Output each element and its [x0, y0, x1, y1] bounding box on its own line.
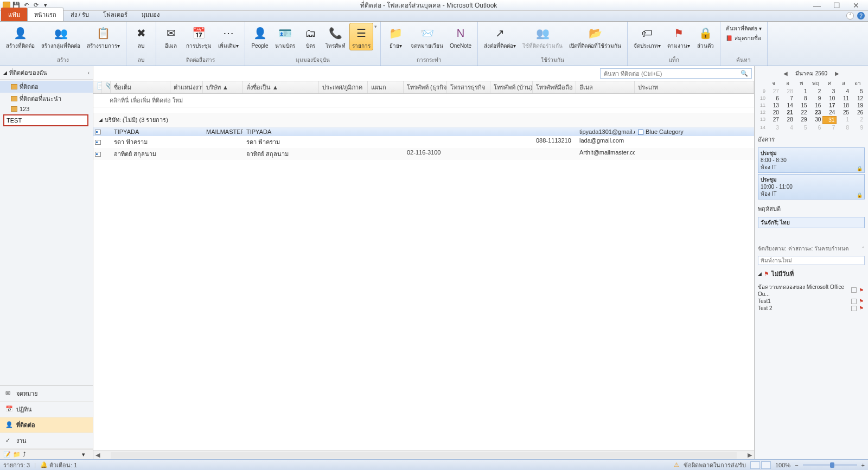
calendar-day[interactable]: 31 [822, 116, 837, 124]
view-normal-button[interactable] [750, 461, 760, 469]
calendar-day[interactable]: 5 [795, 124, 809, 131]
notes-icon[interactable]: 📝 [3, 451, 11, 458]
col-mobile[interactable]: โทรศัพท์มือถือ [533, 81, 576, 93]
view-reading-button[interactable] [761, 461, 771, 469]
new-contact-group-button[interactable]: 👥สร้างกลุ่มที่ติดต่อ [39, 23, 83, 50]
calendar-day[interactable]: 9 [809, 95, 823, 102]
private-button[interactable]: 🔒ส่วนตัว [694, 23, 717, 50]
address-book-button[interactable]: 📕สมุดรายชื่อ [724, 34, 764, 43]
calendar-day[interactable]: 29 [795, 116, 809, 124]
col-attach[interactable]: 📎 [102, 81, 111, 93]
move-button[interactable]: 📁ย้าย▾ [384, 23, 407, 50]
tree-item-123[interactable]: 123 [0, 105, 93, 113]
calendar-day[interactable]: 2 [851, 116, 865, 124]
zoom-out-icon[interactable]: − [795, 462, 798, 468]
calendar-day[interactable]: 30 [809, 116, 823, 124]
view-gallery-more[interactable]: ▾ [374, 24, 377, 29]
calendar-day[interactable]: 1 [837, 116, 851, 124]
calendar-day[interactable]: 28 [781, 116, 795, 124]
calendar-day[interactable]: 25 [837, 109, 851, 116]
calendar-day[interactable]: 19 [851, 102, 865, 109]
calendar-day[interactable]: 27 [767, 116, 781, 124]
calendar-day[interactable]: 3 [767, 124, 781, 131]
shortcuts-icon[interactable]: ⤴ [23, 451, 30, 458]
next-month-icon[interactable]: ▶ [833, 70, 841, 76]
appointment-item[interactable]: ประชุม10:00 - 11:00ห้อง IT🔒 [758, 174, 865, 199]
nav-calendar[interactable]: 📅ปฏิทิน [0, 402, 93, 417]
checkbox[interactable] [851, 306, 857, 311]
open-shared-button[interactable]: 📂เปิดที่ติดต่อที่ใช้ร่วมกัน [566, 23, 624, 50]
view-card-button[interactable]: 🗂บัตร [299, 23, 322, 50]
col-email[interactable]: อีเมล [576, 81, 635, 93]
nav-mail[interactable]: ✉จดหมาย [0, 386, 93, 402]
minimize-button[interactable]: — [809, 1, 825, 10]
col-bizfax[interactable]: โทรสารธุรกิจ [447, 81, 490, 93]
new-task-input[interactable] [758, 256, 865, 265]
calendar-day[interactable]: 17 [822, 102, 837, 109]
calendar-day[interactable]: 7 [822, 124, 837, 131]
delete-button[interactable]: ✖ลบ [130, 23, 152, 50]
my-contacts-header[interactable]: ◢ ที่ติดต่อของฉัน ‹ [0, 66, 93, 80]
calendar-day[interactable]: 16 [809, 102, 823, 109]
prev-month-icon[interactable]: ◀ [781, 70, 790, 76]
calendar-day[interactable]: 2 [809, 88, 823, 95]
task-group-header[interactable]: ◢ ⚑ ไม่มีวันที่ [758, 267, 865, 280]
tab-home[interactable]: หน้าแรก [27, 8, 63, 21]
task-item[interactable]: Test1⚑ [758, 298, 865, 305]
contact-row[interactable]: รดา ฟ้าครามรดา ฟ้าคราม088-1113210lada@gm… [93, 136, 754, 148]
flag-icon[interactable]: ⚑ [859, 287, 865, 293]
calendar-day[interactable]: 24 [822, 109, 837, 116]
onenote-button[interactable]: NOneNote [447, 23, 474, 50]
nav-tasks[interactable]: ✓งาน [0, 433, 93, 449]
reminder-icon[interactable]: 🔔 [40, 461, 48, 468]
maximize-button[interactable]: ☐ [829, 1, 844, 10]
col-homephone[interactable]: โทรศัพท์ (บ้าน) [490, 81, 533, 93]
group-header[interactable]: ◢ บริษัท: (ไม่มี) (3 รายการ) [93, 113, 754, 127]
calendar-day[interactable]: 9 [851, 124, 865, 131]
click-to-add-row[interactable]: คลิกที่นี่ เพื่อเพิ่ม ที่ติดต่อ ใหม่ [93, 94, 754, 107]
status-error[interactable]: ข้อผิดพลาดในการส่ง/รับ [684, 460, 746, 470]
ribbon-minimize-icon[interactable]: ˄ [846, 12, 854, 20]
calendar-day[interactable]: 22 [795, 109, 809, 116]
nav-contacts[interactable]: 👤ที่ติดต่อ [0, 417, 93, 433]
configure-buttons-icon[interactable]: ▾ [82, 451, 90, 458]
close-button[interactable]: ✕ [848, 1, 864, 10]
appointment-item[interactable]: ประชุม8:00 - 8:30ห้อง IT🔒 [758, 147, 865, 173]
zoom-in-icon[interactable]: + [861, 462, 865, 468]
flag-icon[interactable]: ⚑ [859, 305, 865, 311]
calendar-day[interactable]: 4 [837, 88, 851, 95]
horizontal-scrollbar[interactable]: ◀ ▶ [93, 450, 754, 459]
calendar-day[interactable]: 11 [837, 95, 851, 102]
view-phone-button[interactable]: 📞โทรศัพท์ [323, 23, 348, 50]
meeting-button[interactable]: 📅การประชุม [183, 23, 214, 50]
find-contact-dropdown[interactable]: ค้นหาที่ติดต่อ ▾ [724, 24, 764, 33]
calendar-day[interactable]: 7 [781, 95, 795, 102]
col-company[interactable]: บริษัท ▲ [203, 81, 243, 93]
col-categories[interactable]: ประเภท [635, 81, 754, 93]
calendar-day[interactable]: 1 [795, 88, 809, 95]
new-contact-button[interactable]: 👤สร้างที่ติดต่อ [3, 23, 37, 50]
col-bizphone[interactable]: โทรศัพท์ (ธุรกิจ) [404, 81, 447, 93]
scroll-right-icon[interactable]: ▶ [745, 451, 754, 460]
col-dept[interactable]: แผนก [368, 81, 404, 93]
calendar-day[interactable]: 13 [767, 102, 781, 109]
mailmerge-button[interactable]: 📨จดหมายเวียน [408, 23, 446, 50]
tab-send-receive[interactable]: ส่ง / รับ [63, 8, 96, 21]
task-item[interactable]: Test 2⚑ [758, 305, 865, 312]
col-fullname[interactable]: ชื่อเต็ม [111, 81, 170, 93]
tree-item-contacts[interactable]: ที่ติดต่อ [0, 81, 93, 93]
calendar-day[interactable]: 8 [837, 124, 851, 131]
view-list-button[interactable]: ☰รายการ [349, 23, 373, 50]
calendar-day[interactable]: 8 [795, 95, 809, 102]
task-sort-header[interactable]: จัดเรียงตาม: ค่าสถานะ: วันครบกำหนด ˄ [758, 243, 865, 254]
search-input[interactable] [604, 70, 741, 77]
col-fileas[interactable]: ลั่งชื่อเป็น ▲ [243, 81, 319, 93]
tab-view[interactable]: มุมมอง [135, 8, 167, 21]
contact-row[interactable]: TIPYADAMAILMASTERTIPYADAtipyada1301@gmai… [93, 127, 754, 136]
more-comm-button[interactable]: ⋯เพิ่มเติม▾ [215, 23, 241, 50]
email-button[interactable]: ✉อีเมล [159, 23, 182, 50]
calendar-day[interactable]: 18 [837, 102, 851, 109]
calendar-day[interactable]: 21 [781, 109, 795, 116]
calendar-day[interactable]: 4 [781, 124, 795, 131]
contact-row[interactable]: อาทิตย์ สกุลนามอาทิตย์ สกุลนาม02-116-310… [93, 148, 754, 160]
